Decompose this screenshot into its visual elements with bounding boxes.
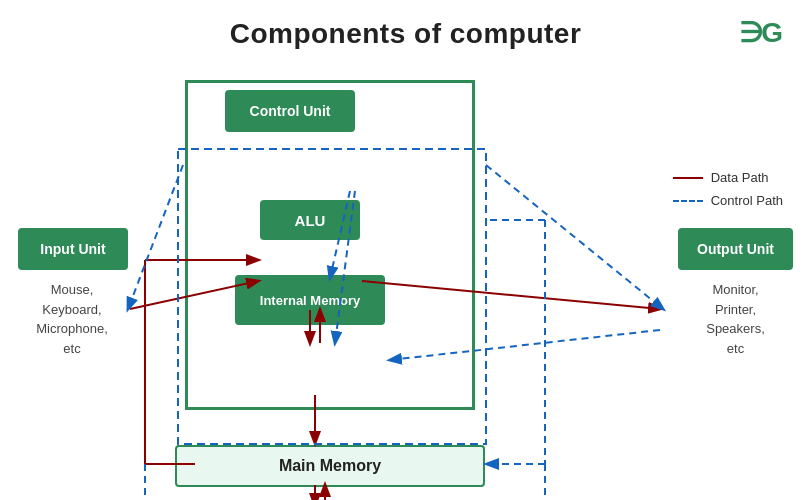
output-unit-box: Output Unit: [678, 228, 793, 270]
legend-control-path: Control Path: [673, 193, 783, 208]
diagram-area: Control Unit ALU Internal Memory Input U…: [0, 60, 811, 500]
input-unit-box: Input Unit: [18, 228, 128, 270]
control-path-line-icon: [673, 200, 703, 202]
logo: ∋G: [739, 16, 781, 49]
internal-memory-box: Internal Memory: [235, 275, 385, 325]
svg-line-11: [128, 165, 183, 309]
main-memory-box: Main Memory: [175, 445, 485, 487]
legend-data-path: Data Path: [673, 170, 783, 185]
svg-line-12: [486, 165, 663, 309]
page-title: Components of computer: [0, 0, 811, 50]
output-devices-label: Monitor,Printer,Speakers,etc: [678, 280, 793, 358]
legend: Data Path Control Path: [673, 170, 783, 216]
alu-box: ALU: [260, 200, 360, 240]
control-unit-box: Control Unit: [225, 90, 355, 132]
data-path-line-icon: [673, 177, 703, 179]
input-devices-label: Mouse,Keyboard,Microphone,etc: [22, 280, 122, 358]
